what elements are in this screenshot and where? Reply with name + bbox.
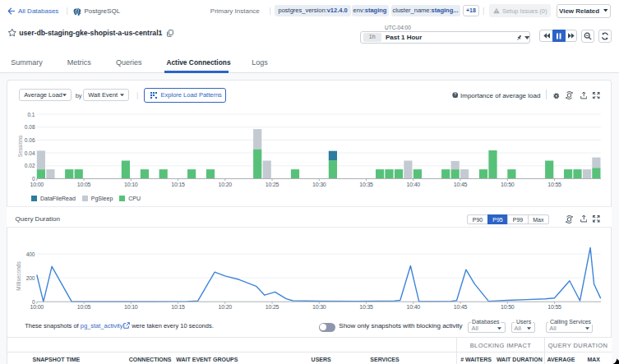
svg-text:10:25: 10:25 [266, 182, 279, 187]
svg-text:Milliseconds: Milliseconds [16, 261, 21, 291]
svg-text:?: ? [454, 92, 456, 97]
svg-text:10:15: 10:15 [171, 304, 185, 310]
svg-text:10:00: 10:00 [30, 304, 44, 310]
svg-text:10:45: 10:45 [454, 304, 468, 310]
svg-text:0.06: 0.06 [25, 137, 35, 143]
svg-text:0.1: 0.1 [27, 112, 35, 117]
svg-text:10:35: 10:35 [359, 304, 373, 310]
svg-text:10:15: 10:15 [171, 182, 185, 187]
svg-text:10:20: 10:20 [219, 304, 233, 310]
svg-text:0.04: 0.04 [25, 150, 35, 156]
svg-text:10:05: 10:05 [77, 304, 91, 310]
svg-text:10:45: 10:45 [454, 182, 468, 187]
svg-text:Sessions: Sessions [17, 135, 23, 157]
svg-text:0.02: 0.02 [25, 163, 35, 168]
svg-text:10:05: 10:05 [77, 182, 91, 187]
svg-text:400: 400 [26, 251, 35, 257]
svg-text:10:10: 10:10 [124, 182, 138, 187]
svg-text:10:25: 10:25 [266, 304, 279, 310]
svg-text:10:10: 10:10 [124, 304, 138, 310]
svg-text:10:40: 10:40 [407, 182, 421, 187]
svg-text:10:20: 10:20 [219, 182, 233, 187]
svg-text:10:50: 10:50 [501, 182, 515, 187]
svg-text:0.08: 0.08 [25, 124, 35, 130]
svg-text:10:30: 10:30 [312, 304, 326, 310]
svg-text:10:40: 10:40 [407, 304, 421, 310]
svg-text:10:35: 10:35 [359, 182, 373, 187]
svg-text:10:30: 10:30 [312, 182, 326, 187]
svg-text:200: 200 [26, 275, 35, 281]
svg-text:10:50: 10:50 [501, 304, 515, 310]
svg-text:10:55: 10:55 [547, 182, 561, 187]
svg-text:10:00: 10:00 [30, 182, 44, 187]
svg-text:10:55: 10:55 [547, 304, 561, 310]
